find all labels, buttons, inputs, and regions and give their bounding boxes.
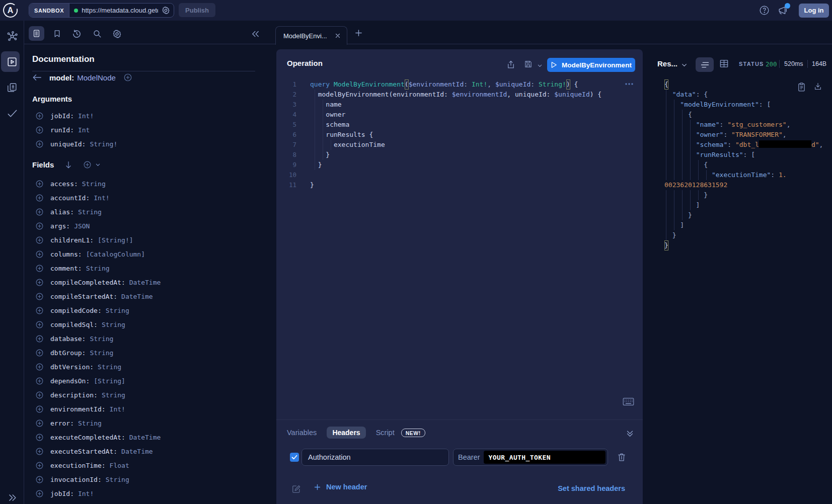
breadcrumb-type[interactable]: ModelNode: [77, 73, 116, 82]
add-to-query-icon[interactable]: [35, 405, 44, 413]
field-type[interactable]: String: [98, 363, 121, 371]
field-type[interactable]: Int: [78, 126, 90, 134]
schema-icon[interactable]: [0, 31, 24, 42]
add-to-query-icon[interactable]: [35, 320, 44, 329]
checks-icon[interactable]: [0, 108, 24, 119]
field-type[interactable]: Int!: [94, 194, 109, 202]
field-name[interactable]: database:: [50, 335, 86, 343]
field-type[interactable]: Float: [110, 462, 129, 469]
field-type[interactable]: DateTime: [129, 434, 161, 441]
environment-variables-icon[interactable]: [291, 484, 301, 494]
editor-menu-icon[interactable]: [625, 82, 634, 86]
delete-header-icon[interactable]: [618, 453, 626, 462]
add-to-query-icon[interactable]: [35, 419, 44, 428]
search-icon[interactable]: [93, 29, 102, 38]
field-name[interactable]: environmentId:: [50, 405, 106, 413]
field-type[interactable]: Int!: [110, 405, 125, 413]
field-name[interactable]: runId:: [50, 126, 74, 134]
field-name[interactable]: executeCompletedAt:: [50, 434, 125, 441]
field-name[interactable]: childrenL1:: [50, 236, 94, 244]
field-type[interactable]: String: [78, 419, 102, 427]
field-type[interactable]: JSON: [74, 222, 90, 230]
field-name[interactable]: compiledSql:: [50, 321, 98, 328]
formatted-view-button[interactable]: [696, 57, 714, 72]
add-to-query-icon[interactable]: [35, 126, 44, 134]
field-name[interactable]: compileCompletedAt:: [50, 279, 125, 286]
explorer-icon[interactable]: [0, 56, 24, 67]
add-to-query-icon[interactable]: [35, 292, 44, 301]
new-tab-icon[interactable]: [354, 29, 363, 37]
add-to-query-icon[interactable]: [35, 377, 44, 385]
add-to-query-icon[interactable]: [35, 349, 44, 357]
field-type[interactable]: [CatalogColumn]: [86, 250, 145, 258]
add-to-query-icon[interactable]: [35, 363, 44, 371]
field-name[interactable]: alias:: [50, 208, 74, 216]
collections-icon[interactable]: [0, 82, 24, 93]
add-to-query-icon[interactable]: [35, 334, 44, 343]
field-name[interactable]: jobId:: [50, 490, 74, 497]
add-to-query-icon[interactable]: [35, 180, 44, 188]
field-type[interactable]: String: [102, 391, 125, 399]
add-to-query-icon[interactable]: [35, 194, 44, 202]
keyboard-shortcuts-icon[interactable]: [623, 397, 634, 406]
field-type[interactable]: DateTime: [121, 448, 153, 455]
add-to-query-icon[interactable]: [35, 208, 44, 216]
add-to-query-icon[interactable]: [35, 391, 44, 399]
query-editor[interactable]: 1query ModelByEnvironment($environmentId…: [276, 79, 643, 424]
share-icon[interactable]: [506, 60, 515, 69]
field-type[interactable]: Int!: [78, 490, 94, 497]
field-type[interactable]: String: [90, 335, 113, 343]
connection-settings-icon[interactable]: [162, 6, 170, 15]
field-name[interactable]: uniqueId:: [50, 140, 86, 148]
add-to-query-icon[interactable]: [35, 264, 44, 273]
add-to-query-icon[interactable]: [35, 112, 44, 120]
add-to-query-icon[interactable]: [35, 306, 44, 315]
save-options-chevron-icon[interactable]: [537, 63, 543, 68]
tab-variables[interactable]: Variables: [287, 429, 317, 437]
field-name[interactable]: comment:: [50, 265, 82, 272]
field-type[interactable]: String: [106, 307, 129, 314]
field-name[interactable]: executionTime:: [50, 462, 106, 469]
add-to-query-icon[interactable]: [35, 222, 44, 230]
sort-fields-icon[interactable]: [65, 161, 72, 169]
collapse-docs-icon[interactable]: [251, 30, 260, 38]
field-type[interactable]: DateTime: [121, 293, 153, 300]
field-name[interactable]: executeStartedAt:: [50, 448, 117, 455]
operation-tab[interactable]: ModelByEnvi...: [275, 26, 347, 45]
field-name[interactable]: invocationId:: [50, 476, 102, 483]
new-header-button[interactable]: New header: [314, 483, 367, 491]
field-type[interactable]: DateTime: [129, 279, 161, 286]
add-to-query-icon[interactable]: [35, 433, 44, 442]
add-to-query-icon[interactable]: [35, 461, 44, 470]
table-view-button[interactable]: [719, 59, 729, 68]
add-to-query-icon[interactable]: [35, 250, 44, 259]
field-type[interactable]: String!: [90, 140, 117, 148]
add-to-query-icon[interactable]: [35, 447, 44, 456]
field-type[interactable]: String: [78, 208, 102, 216]
save-icon[interactable]: [524, 60, 533, 68]
add-to-query-icon[interactable]: [35, 236, 44, 244]
tab-headers[interactable]: Headers: [327, 427, 365, 439]
field-name[interactable]: compiledCode:: [50, 307, 102, 314]
add-to-query-icon[interactable]: [35, 489, 44, 498]
field-name[interactable]: dependsOn:: [50, 377, 90, 385]
run-operation-button[interactable]: ModelByEnvironment: [547, 58, 635, 72]
add-all-fields-icon[interactable]: [83, 160, 92, 169]
field-name[interactable]: columns:: [50, 250, 82, 258]
tab-close-icon[interactable]: [335, 33, 341, 39]
field-type[interactable]: String: [106, 476, 129, 483]
set-shared-headers-link[interactable]: Set shared headers: [558, 484, 625, 492]
documentation-tool-button[interactable]: [29, 26, 44, 41]
field-name[interactable]: access:: [50, 180, 78, 188]
field-name[interactable]: dbtGroup:: [50, 349, 86, 357]
header-value-input[interactable]: Bearer YOUR_AUTH_TOKEN: [453, 449, 608, 466]
field-name[interactable]: error:: [50, 419, 74, 427]
bookmarks-icon[interactable]: [53, 29, 61, 38]
endpoint-url-input[interactable]: https://metadata.cloud.getd: [82, 7, 158, 14]
field-type[interactable]: String: [102, 321, 125, 328]
login-button[interactable]: Log in: [799, 4, 829, 18]
field-type[interactable]: Int!: [78, 112, 94, 120]
history-icon[interactable]: [72, 29, 82, 39]
add-field-icon[interactable]: [123, 73, 132, 82]
tab-script[interactable]: Script: [376, 429, 395, 437]
